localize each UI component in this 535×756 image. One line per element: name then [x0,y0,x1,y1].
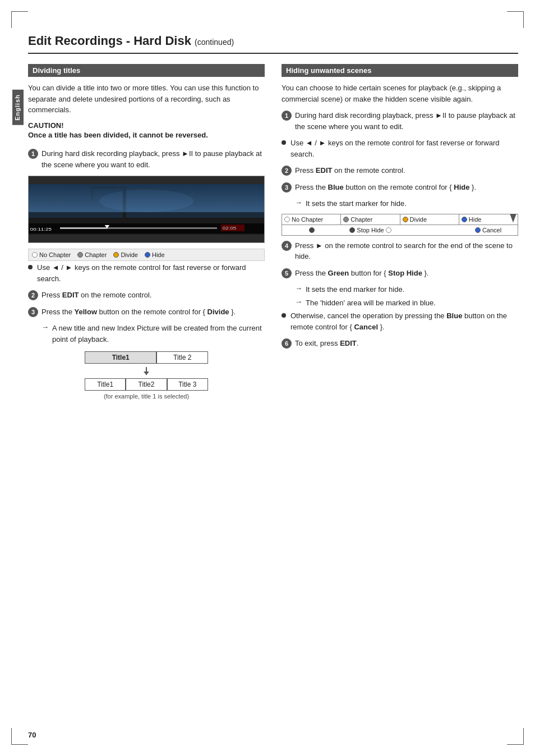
step-num-3: 3 [28,307,38,317]
hiding-step5-text: Press the Green button for { Stop Hide }… [295,268,518,279]
step3-text: Press the Yellow button on the remote co… [41,306,265,318]
hiding-arrow2-text: It sets the end marker for hide. [306,284,404,295]
hiding-arrow3: → The 'hidden' area will be marked in bl… [295,297,518,309]
bullet-dot-1 [28,265,33,269]
hiding-arrow-sym-1: → [295,198,302,207]
hide-hide-dot [462,217,467,222]
hiding-step3: 3 Press the Blue button on the remote co… [282,182,518,193]
page-number: 70 [28,731,36,739]
hiding-step-num-3: 3 [282,182,292,193]
dividing-step1: 1 During hard disk recording playback, p… [28,148,265,170]
hiding-bullet2-text: Otherwise, cancel the operation by press… [290,310,518,332]
two-col-layout: Dividing titles You can divide a title i… [28,64,518,403]
hiding-step2-text: Press EDIT on the remote control. [295,165,518,176]
video-screenshot: 00:11:25 02:05 [28,176,265,243]
arrow1-text: A new title and new Index Picture will b… [52,323,265,345]
dividing-titles-header: Dividing titles [28,64,265,77]
chapter-dot [77,252,83,258]
title-row-after: Title1 Title2 Title 3 [85,378,208,391]
step-num-1: 1 [28,149,38,159]
hide-hide: Hide [459,214,518,224]
title1-box-after: Title1 [85,378,126,391]
hide-no-chapter: No Chapter [282,214,341,224]
hiding-step-num-1: 1 [282,111,292,121]
corner-bl [11,728,28,745]
svg-rect-6 [29,184,264,212]
hiding-bullet2: Otherwise, cancel the operation by press… [282,310,518,332]
hiding-step5: 5 Press the Green button for { Stop Hide… [282,268,518,279]
chapter-btn: Chapter [77,251,107,258]
hide-divide: Divide [400,214,459,224]
hiding-step-num-5: 5 [282,268,292,278]
hiding-step1-text: During hard disk recording playback, pre… [295,110,518,132]
hide-row2-empty1 [282,225,341,235]
svg-text:02:05: 02:05 [223,226,237,230]
step-num-2: 2 [28,290,38,300]
hide-chapter-dot [343,217,349,222]
hiding-step-num-2: 2 [282,166,292,176]
corner-tl [11,11,28,28]
hide-stop-hide: Stop Hide [341,225,400,235]
hiding-arrow1: → It sets the start marker for hide. [295,198,518,209]
hide-btn-row1: No Chapter Chapter Divide Hide [282,214,518,225]
no-chapter-btn: No Chapter [32,251,71,258]
hide-divide-dot [403,217,408,222]
hiding-scenes-header: Hiding unwanted scenes [282,64,518,77]
caution-box: CAUTION! Once a title has been divided, … [28,121,265,141]
hiding-arrow1-text: It sets the start marker for hide. [306,198,407,209]
hide-chapter: Chapter [341,214,400,224]
hide-row2-dot [309,227,315,233]
dividing-titles-section: Dividing titles You can divide a title i… [28,64,265,403]
main-content: Edit Recordings - Hard Disk (continued) … [28,34,518,403]
hide-no-chapter-dot [284,217,290,222]
hide-stop-hide-dot2 [386,227,391,233]
sidebar-language-label: English [12,90,24,125]
hide-stop-hide-dot [349,227,355,233]
corner-tr [507,11,524,28]
title3-box-after: Title 3 [167,378,208,391]
hiding-step6-text: To exit, press EDIT. [295,338,518,349]
hiding-step6: 6 To exit, press EDIT. [282,338,518,349]
hide-cancel-dot [475,227,481,233]
hiding-bullet1: Use ◄ / ► keys on the remote control for… [282,138,518,159]
hide-row2-empty2 [400,225,459,235]
no-chapter-dot [32,252,38,258]
divide-btn: Divide [113,251,138,258]
hiding-step1: 1 During hard disk recording playback, p… [282,110,518,132]
diagram-caption: (for example, title 1 is selected) [28,393,265,400]
hide-diagram: No Chapter Chapter Divide Hide [282,214,518,236]
dividing-step2: 2 Press EDIT on the remote control. [28,290,265,301]
hiding-bullet-dot-2 [282,313,286,318]
title1-box-before: Title1 [85,351,156,364]
hide-cancel: Cancel [459,225,518,235]
bullet1-text: Use ◄ / ► keys on the remote control for… [37,262,265,284]
divide-dot [113,252,119,258]
hiding-arrow2: → It sets the end marker for hide. [295,284,518,295]
hide-start-marker [510,214,516,223]
hide-row2: Stop Hide Cancel [282,225,518,236]
hide-btn: Hide [145,251,165,258]
step2-text: Press EDIT on the remote control. [41,290,265,301]
hiding-step3-text: Press the Blue button on the remote cont… [295,182,518,193]
title-diagram: Title1 Title 2 Title1 Title2 Title 3 [28,351,265,391]
dividing-arrow1: → A new title and new Index Picture will… [41,323,265,345]
title2-box-after: Title2 [126,378,167,391]
hiding-step4: 4 Press ► on the remote control to searc… [282,240,518,262]
hiding-step-num-4: 4 [282,241,292,251]
svg-rect-10 [60,227,107,229]
hiding-step2: 2 Press EDIT on the remote control. [282,165,518,176]
hiding-arrow-sym-3: → [295,297,302,306]
hiding-arrow-sym-2: → [295,284,302,292]
video-frame: 00:11:25 02:05 [29,184,264,235]
divider-arrow [85,367,208,375]
corner-br [507,728,524,745]
video-svg: 00:11:25 02:05 [29,184,264,235]
hide-dot [145,252,150,258]
divider-arrow-inner [146,367,147,375]
hiding-bullet1-text: Use ◄ / ► keys on the remote control for… [290,138,518,159]
hiding-bullet-dot-1 [282,140,286,145]
title-row-before: Title1 Title 2 [85,351,208,364]
step1-text: During hard disk recording playback, pre… [41,148,265,170]
hiding-arrow3-text: The 'hidden' area will be marked in blue… [306,297,436,309]
arrow-sym-1: → [41,323,49,331]
